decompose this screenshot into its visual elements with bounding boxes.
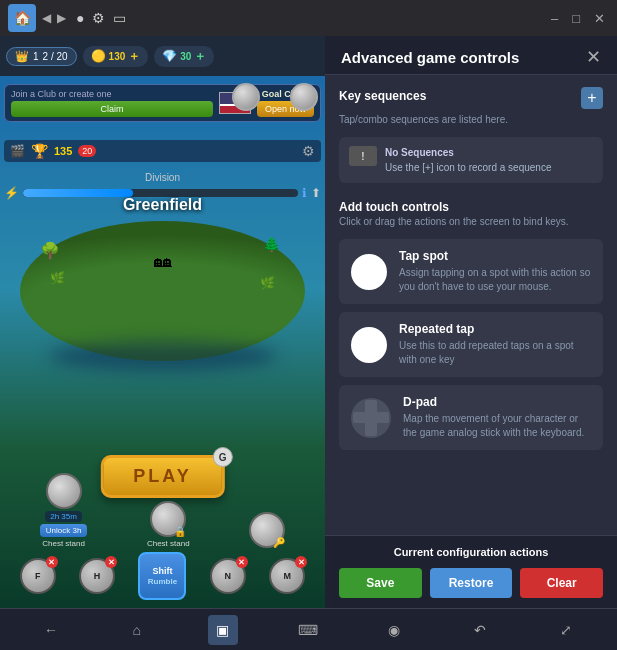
key-shift-button[interactable]: Shift Rumble [138,552,186,600]
game-settings-icon[interactable]: ⚙ [302,143,315,159]
game-top-bar: 👑 1 2 / 20 🟡 130 ＋ 💎 30 ＋ [0,36,325,76]
player-level: 1 [33,51,39,62]
toolbar-rotate-button[interactable]: ↶ [465,615,495,645]
no-seq-icon: ! [349,146,377,166]
notification-badge: 20 [78,145,96,157]
top-icons: ● ⚙ ▭ [76,10,126,26]
back-arrow[interactable]: ◀ [42,11,51,25]
city-name: Greenfield [0,196,325,214]
clear-button[interactable]: Clear [520,568,603,598]
gems-plus[interactable]: ＋ [194,48,206,65]
add-sequence-button[interactable]: + [581,87,603,109]
game-scene: Join a Club or create one Claim Goal Che… [0,76,325,608]
right-panel: Advanced game controls ✕ Key sequences +… [325,36,617,608]
claim-button[interactable]: Claim [11,101,213,117]
key-h-close[interactable]: ✕ [105,556,117,568]
tap-spot-title: Tap spot [399,249,591,263]
play-key-badge: G [213,447,233,467]
toolbar-fullscreen-button[interactable]: ⤢ [551,615,581,645]
key-shift-label: Shift [152,566,172,576]
key-n-close[interactable]: ✕ [236,556,248,568]
settings-icon[interactable]: ⚙ [92,10,105,26]
player-badge: 👑 1 2 / 20 [6,47,77,66]
toolbar-active-button[interactable]: ▣ [208,615,238,645]
dpad-desc: Map the movement of your character or th… [403,412,591,440]
no-seq-desc: Use the [+] icon to record a sequence [385,162,552,173]
trophy-icon: 🏆 [31,143,48,159]
panel-close-button[interactable]: ✕ [586,48,601,66]
key-m-label: M [284,571,292,581]
toolbar-back-button[interactable]: ← [36,615,66,645]
coins-display: 🟡 130 ＋ [83,46,149,67]
dpad-info: D-pad Map the movement of your character… [403,395,591,440]
toolbar-home-button[interactable]: ⌂ [122,615,152,645]
key-n-button[interactable]: N ✕ [210,558,246,594]
repeated-tap-desc: Use this to add repeated taps on a spot … [399,339,591,367]
chest-item-1: 2h 35m Unlock 3h Chest stand [40,473,88,548]
save-button[interactable]: Save [339,568,422,598]
exclamation-icon: ! [361,151,364,162]
key-m-button[interactable]: M ✕ [269,558,305,594]
home-icon[interactable]: 🏠 [8,4,36,32]
claim-banner: Join a Club or create one Claim Goal Che… [4,84,321,122]
add-touch-desc: Click or drag the actions on the screen … [339,215,603,229]
claim-text: Join a Club or create one [11,89,213,99]
tap-spot-info: Tap spot Assign tapping on a spot with t… [399,249,591,294]
game-panel: 👑 1 2 / 20 🟡 130 ＋ 💎 30 ＋ Join a Club or… [0,36,325,608]
dpad-card[interactable]: D-pad Map the movement of your character… [339,385,603,450]
current-config-title: Current configuration actions [339,546,603,558]
repeated-tap-icon [351,327,387,363]
window-controls: – □ ✕ [547,9,609,28]
chest-item-2: Chest stand [147,501,190,548]
gems-value: 30 [180,51,191,62]
toolbar-camera-button[interactable]: ◉ [379,615,409,645]
chest-item-3 [249,512,285,548]
key-f-button[interactable]: F ✕ [20,558,56,594]
tap-spot-card[interactable]: Tap spot Assign tapping on a spot with t… [339,239,603,304]
gems-display: 💎 30 ＋ [154,46,214,67]
gem-icon: 💎 [162,49,177,63]
key-sequences-title: Key sequences [339,89,426,103]
division-label: Division [4,172,321,183]
repeated-tap-card[interactable]: Repeated tap Use this to add repeated ta… [339,312,603,377]
close-window-button[interactable]: ✕ [590,9,609,28]
key-m-close[interactable]: ✕ [295,556,307,568]
dpad-title: D-pad [403,395,591,409]
toolbar-keyboard-button[interactable]: ⌨ [293,615,323,645]
minimize-button[interactable]: – [547,9,562,28]
tap-spot-icon [351,254,387,290]
top-bar: 🏠 ◀ ▶ ● ⚙ ▭ – □ ✕ [0,0,617,36]
chest-ball-3 [249,512,285,548]
key-f-close[interactable]: ✕ [46,556,58,568]
key-h-label: H [94,571,101,581]
tree-4: 🌿 [260,276,275,290]
maximize-button[interactable]: □ [568,9,584,28]
panel-body: Key sequences + Tap/combo sequences are … [325,75,617,535]
no-sequences-box: ! No Sequences Use the [+] icon to recor… [339,137,603,183]
panel-header: Advanced game controls ✕ [325,36,617,75]
restore-button[interactable]: Restore [430,568,513,598]
no-seq-text: No Sequences Use the [+] icon to record … [385,145,552,175]
panel-title: Advanced game controls [341,49,519,66]
main-content: 👑 1 2 / 20 🟡 130 ＋ 💎 30 ＋ Join a Club or… [0,36,617,608]
dpad-shape [353,400,389,436]
chest-ball-1 [46,473,82,509]
forward-arrow[interactable]: ▶ [57,11,66,25]
building-icon: 🏘 [154,251,172,272]
game-island: 🌳 🌲 🏘 🌿 🌿 [20,221,305,361]
player-progress: 2 / 20 [43,51,68,62]
no-seq-title: No Sequences [385,147,454,158]
window-icon[interactable]: ▭ [113,10,126,26]
chest-label-1: Chest stand [42,539,85,548]
repeated-tap-title: Repeated tap [399,322,591,336]
key-h-button[interactable]: H ✕ [79,558,115,594]
coin-icon: 🟡 [91,49,106,63]
chest-label-2: Chest stand [147,539,190,548]
unlock-button[interactable]: Unlock 3h [40,524,88,537]
record-icon[interactable]: ● [76,10,84,26]
dpad-vertical [365,400,377,436]
coins-plus[interactable]: ＋ [128,48,140,65]
repeated-tap-info: Repeated tap Use this to add repeated ta… [399,322,591,367]
crown-icon: 👑 [15,50,29,63]
trophy-bar: 🎬 🏆 135 20 ⚙ [4,140,321,162]
